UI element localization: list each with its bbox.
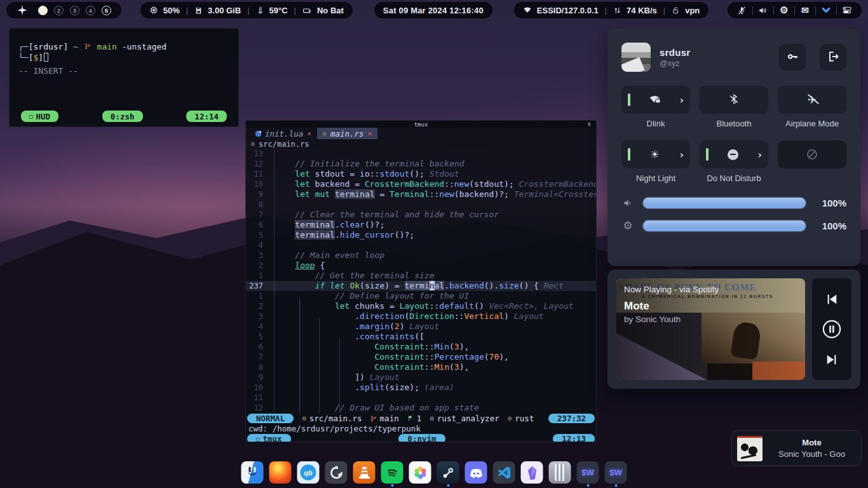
speaker-icon [621,198,634,208]
rust-icon: ⚙ [323,130,327,137]
running-indicator [447,484,449,487]
tab-init-lua[interactable]: init.lua × [250,128,317,139]
brightness-slider[interactable] [643,220,806,231]
logout-button[interactable] [820,44,846,71]
prompt-line-2: └─[$] [18,52,229,63]
dock-qbittorrent[interactable]: qb [297,461,320,484]
brightness-value: 100% [815,220,846,231]
code-line: 4 .margin(2) Layout [246,322,596,332]
dock: qb$W$W [241,461,627,487]
topbar-center: 50% | 3.00 GiB | 59°C | No Bat Sat 09 Ma… [140,2,709,18]
git-branch-icon [370,415,377,423]
terminal-window[interactable]: ┌─[srdusr] ~ main -unstaged └─[$] -- INS… [9,28,239,127]
chevron-right-icon[interactable]: › [757,149,762,161]
vlc-icon [353,461,376,484]
workspace-3[interactable]: 3 [70,6,79,15]
code-line: 6 terminal.clear()?; [246,220,596,230]
previous-track-button[interactable] [825,292,839,306]
close-tab-icon[interactable]: × [307,130,311,138]
window-icon: □ [29,111,32,122]
battery-status: No Bat [317,6,344,15]
dock-spotify[interactable] [381,461,403,487]
flag-icon [407,415,414,422]
toggle-do-not-disturb[interactable]: › [700,140,768,168]
chevron-down-icon[interactable] [818,5,834,15]
code-line: 11 let stdout = io::stdout(); Stdout [246,169,596,179]
toggle-bluetooth[interactable] [700,86,768,114]
toggle-night-light[interactable]: ☀ › [621,140,690,168]
wine-app-2-icon: $W [605,461,627,484]
code-line: 8 Constraint::Min(3), [246,362,596,372]
obsidian-icon [521,461,543,484]
chevron-right-icon[interactable]: › [679,94,684,106]
track-artist: by Sonic Youth [624,315,681,324]
statusline-branch: main [370,414,399,423]
discord-icon [465,461,487,484]
dock-steam[interactable] [437,461,459,487]
hud-pill: □HUD [21,111,58,122]
toggle-empty[interactable] [778,140,846,168]
vscode-icon [493,461,515,484]
volume-slider-row: 100% [621,198,846,208]
dock-discord[interactable] [465,461,487,484]
thermometer-icon [256,6,264,15]
user-handle: @xyz [660,59,765,68]
editor-window[interactable]: tmux x init.lua × ⚙ main.rs × ⚙ src/main… [245,120,597,442]
dock-trash[interactable] [549,461,571,484]
rust-icon: ⚙ [251,140,255,147]
workspace-4[interactable]: 4 [86,6,95,15]
mail-icon[interactable]: ✉ [797,5,813,15]
workspace-list: 2345 [38,6,111,15]
dock-wine-app-1[interactable]: $W [577,461,599,487]
volume-slider[interactable] [643,198,806,208]
git-branch-icon [85,43,91,50]
wine-app-1-icon: $W [577,461,599,484]
username: srdusr [660,47,765,58]
logout-icon [827,50,839,65]
dock-obsidian[interactable] [521,461,543,484]
dock-wine-app-2[interactable]: $W [605,461,627,487]
dock-file-manager[interactable] [241,461,264,484]
tmux-statusbar: □tmux 0:nvim 12:13 [246,433,596,442]
code-line: 6 Constraint::Min(3), [246,342,596,352]
tab-main-rs[interactable]: ⚙ main.rs × [317,128,377,139]
dock-vlc[interactable] [353,461,376,484]
close-tab-icon[interactable]: × [368,130,372,138]
chevron-right-icon[interactable]: › [679,149,684,161]
trash-icon [549,461,571,484]
code-line: 13 [246,149,596,159]
essid-label: ESSID/127.0.0.1 [537,6,599,15]
microphone-muted-icon[interactable] [734,6,750,15]
workspace-switcher: 2345 [6,2,121,18]
workspace-1[interactable] [38,6,48,15]
dock-photos[interactable] [409,461,431,484]
code-line: 5 .constraints([ [246,332,596,342]
lock-keys-button[interactable] [779,44,806,71]
switches-icon[interactable] [839,5,855,15]
toggle-dlink[interactable]: › [621,86,690,114]
code-line: 3 // Main event loop [246,250,596,261]
dock-vscode[interactable] [493,461,515,484]
toggle-label: Dlink [647,119,665,129]
settings-gear-icon[interactable]: ⚙ [776,4,792,16]
toggle-airplane-mode[interactable]: ✈ [778,86,846,114]
tmux-window-pill[interactable]: 0:nvim [398,434,445,442]
code-line: 9 let mut terminal = Terminal::new(backe… [246,189,596,200]
network-status: ESSID/127.0.0.1 | 74 KB/s | vpn [514,2,709,18]
clock[interactable]: Sat 09 Mar 2024 12:16:40 [374,2,492,18]
close-window-button[interactable]: x [588,121,591,127]
vpn-label: vpn [685,6,700,15]
pause-button[interactable] [822,320,841,339]
minus-circle-icon [709,149,757,160]
next-track-button[interactable] [825,353,839,367]
toggle-label: Do Not Disturb [707,173,761,184]
prompt-branch: main [97,42,117,51]
dock-obs[interactable] [325,461,348,484]
code-editor[interactable]: 1312 // Initialize the terminal backend1… [246,149,596,413]
code-line: 7 Constraint::Percentage(70), [246,352,596,362]
speaker-icon[interactable] [755,6,771,15]
workspace-2[interactable]: 2 [54,6,64,15]
workspace-5[interactable]: 5 [102,6,111,15]
dock-firefox[interactable] [269,461,292,484]
notification-toast[interactable]: Mote Sonic Youth - Goo [731,430,862,466]
